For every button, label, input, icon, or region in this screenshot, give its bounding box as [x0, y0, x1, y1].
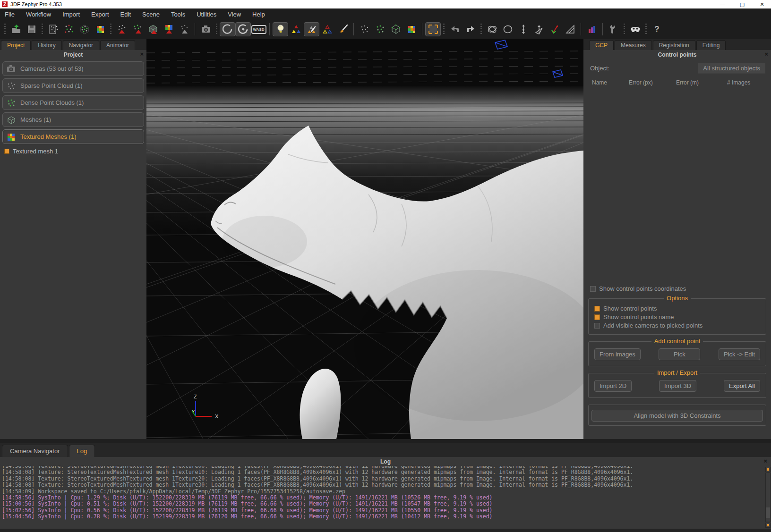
tab-registration[interactable]: Registration — [653, 40, 695, 50]
tab-gcp[interactable]: GCP — [589, 40, 614, 50]
toolbar-drag-handle[interactable] — [645, 24, 647, 35]
menu-help[interactable]: Help — [252, 11, 265, 18]
save-project-icon[interactable] — [24, 22, 39, 36]
column-name[interactable]: Name — [592, 79, 629, 86]
generate-disabled-icon[interactable] — [176, 22, 192, 36]
pick-distance-icon[interactable] — [515, 22, 531, 36]
close-button[interactable]: ✕ — [759, 1, 765, 8]
menu-scene[interactable]: Scene — [142, 11, 160, 18]
show-control-points-checkbox[interactable] — [594, 306, 600, 312]
minimize-button[interactable]: — — [719, 1, 726, 8]
show-dense-icon[interactable] — [372, 22, 388, 36]
generate-mesh-icon[interactable] — [145, 22, 161, 36]
column-error-px[interactable]: Error (px) — [629, 79, 676, 86]
render-colored-icon[interactable] — [288, 22, 304, 36]
project-item-dense-point-clouds[interactable]: Dense Point Clouds (1) — [2, 95, 144, 110]
sparse-point-cloud-tool-icon[interactable] — [61, 22, 77, 36]
maximize-button[interactable]: ▢ — [739, 1, 745, 8]
show-textured-icon[interactable] — [403, 22, 419, 36]
project-item-meshes[interactable]: Meshes (1) — [2, 112, 144, 127]
lasso-selection-icon[interactable] — [484, 22, 500, 36]
statistics-chart-icon[interactable] — [584, 22, 600, 36]
free-look-mode-icon[interactable] — [220, 22, 235, 36]
column-images[interactable]: # Images — [727, 79, 766, 86]
generate-dense-icon[interactable] — [129, 22, 145, 36]
add-visible-cameras-row[interactable]: Add visible cameras to picked points — [594, 322, 763, 329]
column-error-m[interactable]: Error (m) — [676, 79, 727, 86]
scroll-down-button[interactable] — [765, 523, 771, 528]
control-points-table-body[interactable] — [583, 89, 771, 284]
scroll-up-button[interactable] — [765, 467, 771, 472]
camera-tool-icon[interactable] — [198, 22, 214, 36]
masquerade-mask-icon[interactable] — [627, 22, 643, 36]
scroll-track[interactable] — [765, 473, 771, 522]
pick-edit-button[interactable]: Pick -> Edit — [719, 348, 760, 360]
toolbar-drag-handle[interactable] — [4, 24, 6, 35]
help-icon[interactable]: ? — [649, 22, 665, 36]
wasd-navigation-icon[interactable]: WASD — [251, 22, 266, 36]
render-picker-icon[interactable] — [304, 22, 319, 36]
toolbar-drag-handle[interactable] — [42, 24, 43, 35]
tab-log[interactable]: Log — [69, 445, 95, 457]
redo-icon[interactable] — [463, 22, 478, 36]
tab-navigator[interactable]: Navigator — [63, 40, 99, 50]
menu-edit[interactable]: Edit — [120, 11, 131, 18]
move-gizmo-icon[interactable] — [531, 22, 547, 36]
toolbar-drag-handle[interactable] — [110, 24, 111, 35]
export-all-button[interactable]: Export All — [724, 380, 760, 392]
measure-ruler-icon[interactable] — [562, 22, 578, 36]
tab-animator[interactable]: Animator — [100, 40, 135, 50]
textured-mesh-entry[interactable]: Textured mesh 1 — [4, 148, 146, 155]
menu-tools[interactable]: Tools — [171, 11, 185, 18]
control-points-close-icon[interactable]: × — [764, 51, 768, 58]
toolbar-drag-handle[interactable] — [443, 24, 445, 35]
show-coordinates-row[interactable]: Show control points coordinates — [590, 285, 771, 292]
tab-project[interactable]: Project — [1, 40, 31, 50]
settings-wrench-icon[interactable] — [606, 22, 621, 36]
toolbar-drag-handle[interactable] — [624, 24, 625, 35]
import-2d-button[interactable]: Import 2D — [594, 380, 632, 392]
generate-textured-mesh-icon[interactable] — [161, 22, 176, 36]
scroll-thumb[interactable] — [766, 507, 770, 518]
object-selector-dropdown[interactable]: All structured objects — [698, 63, 765, 74]
show-control-points-name-row[interactable]: Show control points name — [594, 313, 763, 321]
project-item-cameras[interactable]: Cameras (53 out of 53) — [2, 61, 144, 76]
tab-measures[interactable]: Measures — [615, 40, 652, 50]
tab-editing[interactable]: Editing — [696, 40, 726, 50]
paint-brush-icon[interactable] — [335, 22, 351, 36]
tab-camera-navigator[interactable]: Camera Navigator — [2, 445, 68, 457]
pick-button[interactable]: Pick — [659, 348, 700, 360]
show-control-points-name-checkbox[interactable] — [594, 314, 600, 320]
log-output[interactable]: [14:58:08] Texture: StereoTexturedMeshTe… — [0, 466, 765, 529]
show-control-points-row[interactable]: Show control points — [594, 305, 763, 312]
menu-view[interactable]: View — [228, 11, 241, 18]
render-wireframe-icon[interactable] — [319, 22, 335, 36]
toolbar-drag-handle[interactable] — [216, 24, 217, 35]
toolbar-drag-handle[interactable] — [480, 24, 482, 35]
menu-workflow[interactable]: Workflow — [26, 11, 51, 18]
new-project-images-icon[interactable] — [45, 22, 61, 36]
log-panel-close-icon[interactable]: × — [763, 457, 767, 464]
menu-utilities[interactable]: Utilities — [197, 11, 216, 18]
from-images-button[interactable]: From images — [594, 348, 641, 360]
import-3d-button[interactable]: Import 3D — [659, 380, 696, 392]
log-scrollbar[interactable] — [765, 466, 771, 529]
generate-sparse-icon[interactable] — [114, 22, 129, 36]
project-item-textured-meshes[interactable]: Textured Meshes (1) — [2, 129, 144, 144]
show-sparse-icon[interactable] — [357, 22, 372, 36]
lighting-bulb-icon[interactable] — [273, 22, 288, 36]
rectangle-selection-icon[interactable] — [425, 22, 441, 36]
tab-history[interactable]: History — [32, 40, 61, 50]
orbit-mode-icon[interactable] — [235, 22, 251, 36]
menu-file[interactable]: File — [5, 11, 15, 18]
show-mesh-icon[interactable] — [388, 22, 403, 36]
textured-mesh-tool-icon[interactable] — [92, 22, 108, 36]
show-coordinates-checkbox[interactable] — [590, 286, 596, 292]
open-project-icon[interactable] — [8, 22, 24, 36]
menu-export[interactable]: Export — [91, 11, 109, 18]
undo-icon[interactable] — [447, 22, 463, 36]
align-model-button[interactable]: Align model with 3D Constraints — [591, 410, 763, 422]
ellipse-selection-icon[interactable] — [500, 22, 515, 36]
menu-import[interactable]: Import — [62, 11, 80, 18]
add-visible-cameras-checkbox[interactable] — [594, 323, 600, 329]
